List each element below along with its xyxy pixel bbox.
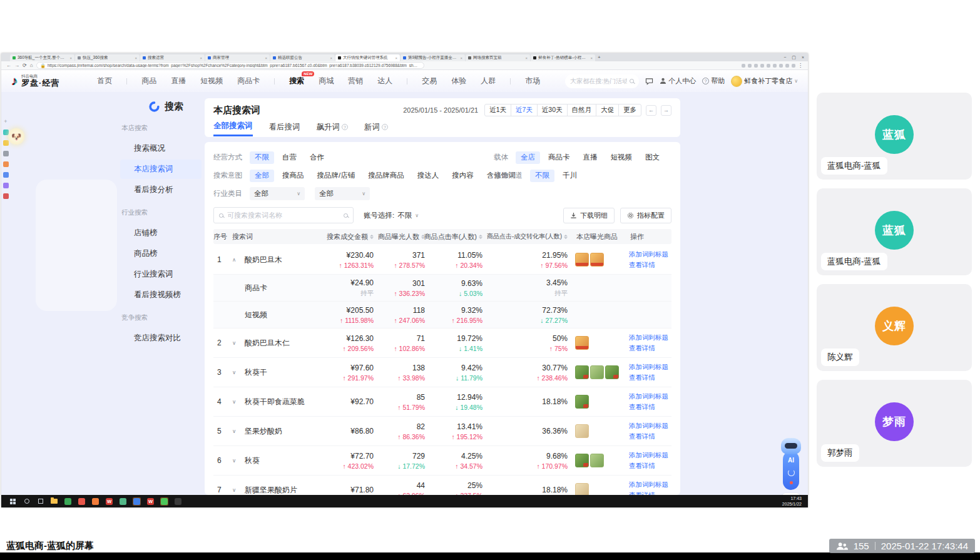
taskbar-icon-wps2[interactable]: W <box>146 497 155 506</box>
sidebar-item-竞店搜索对比[interactable]: 竞店搜索对比 <box>120 328 202 348</box>
extension-icon[interactable] <box>767 64 770 68</box>
tab-飙升词[interactable]: 飙升词 ? <box>317 121 349 136</box>
nav-item-首页[interactable]: 首页 <box>97 76 112 86</box>
browser-tab[interactable]: 鲜食补丁-热销榜单-小程序后台× <box>531 54 595 61</box>
extension-icon[interactable] <box>754 64 758 68</box>
keyword-search-input[interactable] <box>227 211 340 219</box>
participant-tile[interactable]: 梦雨郭梦雨 <box>817 380 972 467</box>
action-link[interactable]: 查看详情 <box>629 490 670 495</box>
app-logo[interactable]: ♪ 抖音电商 罗盘·经营 <box>11 74 59 87</box>
forward-icon[interactable]: → <box>14 63 19 68</box>
filter-chip-搜商品[interactable]: 搜商品 <box>277 170 309 182</box>
date-tab-更多[interactable]: 更多 <box>618 104 641 116</box>
filter-chip-不限[interactable]: 不限 <box>530 170 554 182</box>
new-tab-button[interactable]: + <box>598 54 601 60</box>
product-thumbnail[interactable] <box>590 253 604 267</box>
sidebar-item-本店搜索词[interactable]: 本店搜索词 <box>120 160 202 179</box>
dock-app-icon-5[interactable] <box>3 183 9 188</box>
tab-新词[interactable]: 新词 ? <box>364 121 388 136</box>
tab-close-icon[interactable]: × <box>69 56 72 60</box>
expand-icon[interactable]: ∨ <box>232 428 245 434</box>
action-link[interactable]: 添加词到标题 <box>629 332 670 343</box>
taskbar-icon-wechat[interactable] <box>160 497 168 506</box>
action-link[interactable]: 添加词到标题 <box>629 391 670 402</box>
extension-icon[interactable] <box>773 64 777 68</box>
product-thumbnail[interactable] <box>590 365 604 379</box>
action-link[interactable]: 添加词到标题 <box>629 249 670 260</box>
next-period-button[interactable]: → <box>661 105 671 116</box>
browser-tab[interactable]: 360导航_一个主页,整个世界× <box>10 54 74 61</box>
nav-item-体验[interactable]: 体验 <box>451 76 466 86</box>
action-link[interactable]: 添加词到标题 <box>629 420 670 431</box>
action-link[interactable]: 查看详情 <box>629 431 670 442</box>
taskbar-icon-app-red[interactable] <box>78 497 86 506</box>
maximize-icon[interactable]: ▢ <box>792 55 796 60</box>
participant-tile[interactable]: 蓝狐蓝狐电商-蓝狐 <box>817 188 972 275</box>
dock-app-icon-1[interactable] <box>3 140 9 146</box>
action-link[interactable]: 添加词到标题 <box>629 479 670 490</box>
column-header[interactable]: 商品曝光人数 <box>374 232 425 242</box>
tab-close-icon[interactable]: × <box>200 56 202 60</box>
tab-close-icon[interactable]: × <box>330 56 332 60</box>
filter-chip-搜内容[interactable]: 搜内容 <box>447 170 479 182</box>
nav-item-短视频[interactable]: 短视频 <box>200 76 223 86</box>
date-tab-近7天[interactable]: 近7天 <box>511 104 537 116</box>
nav-item-交易[interactable]: 交易 <box>422 76 437 86</box>
prev-period-button[interactable]: ← <box>646 105 656 116</box>
filter-chip-商品卡[interactable]: 商品卡 <box>543 151 575 164</box>
product-thumbnail[interactable] <box>575 395 589 409</box>
expand-icon[interactable]: ∨ <box>232 369 245 375</box>
back-icon[interactable]: ← <box>6 63 11 68</box>
filter-chip-全店[interactable]: 全店 <box>516 151 540 164</box>
extension-icon[interactable] <box>748 64 752 68</box>
taskbar-icon-edge[interactable] <box>133 497 141 506</box>
keyword-search-box[interactable] <box>213 207 354 223</box>
dock-app-icon-3[interactable] <box>3 161 9 167</box>
category-dropdown[interactable]: 全部∨ <box>315 187 370 200</box>
column-header[interactable]: 商品点击-成交转化率(人数) <box>482 232 568 241</box>
product-thumbnail[interactable] <box>575 454 589 467</box>
nav-item-搜索[interactable]: 搜索NEW <box>289 76 304 86</box>
expand-icon[interactable]: ∨ <box>232 487 245 493</box>
action-link[interactable]: 查看详情 <box>629 402 670 412</box>
filter-chip-不限[interactable]: 不限 <box>250 151 274 164</box>
close-icon[interactable]: × <box>802 55 804 60</box>
browser-tab[interactable]: 大行情报关键词管理系统× <box>335 54 400 61</box>
participant-tile[interactable]: 蓝狐蓝狐电商-蓝狐 <box>817 93 972 180</box>
sidebar-item-行业搜索词[interactable]: 行业搜索词 <box>120 265 202 284</box>
tab-close-icon[interactable]: × <box>395 56 397 60</box>
search-submit-icon[interactable] <box>344 213 348 218</box>
header-search-box[interactable]: 大家都在搜:热门活动 <box>565 74 639 88</box>
dock-app-icon-0[interactable] <box>3 130 9 135</box>
nav-item-商品[interactable]: 商品 <box>141 76 156 86</box>
browser-tab[interactable]: 精选联盟公告× <box>270 54 335 61</box>
nav-item-人群[interactable]: 人群 <box>481 76 496 86</box>
action-link[interactable]: 查看详情 <box>629 260 670 270</box>
download-detail-button[interactable]: 下载明细 <box>563 208 615 223</box>
taskbar-icon-wps[interactable]: W <box>105 497 113 506</box>
filter-chip-搜达人[interactable]: 搜达人 <box>412 170 444 182</box>
product-thumbnail[interactable] <box>575 424 589 438</box>
tab-close-icon[interactable]: × <box>135 56 137 60</box>
dock-app-icon-4[interactable] <box>3 172 9 178</box>
collapse-icon[interactable]: ∧ <box>232 257 245 263</box>
filter-chip-图文[interactable]: 图文 <box>640 151 665 164</box>
taskbar-icon-firefox[interactable] <box>91 497 100 506</box>
browser-tab[interactable]: 商家管理× <box>205 54 270 61</box>
ai-assistant-widget[interactable]: AI ··· ⊙× <box>778 438 804 495</box>
filter-chip-直播[interactable]: 直播 <box>578 151 603 164</box>
browser-menu-icon[interactable]: ⋮ <box>798 63 803 68</box>
browser-tab[interactable]: 快压_360搜索× <box>75 54 140 61</box>
taskbar-icon-app-grid[interactable] <box>119 497 127 506</box>
date-tab-近1天[interactable]: 近1天 <box>485 104 511 116</box>
product-thumbnail[interactable] <box>575 483 589 495</box>
sidebar-item-店铺榜[interactable]: 店铺榜 <box>120 223 202 243</box>
sort-icon[interactable] <box>564 235 568 239</box>
product-thumbnail[interactable] <box>575 336 589 350</box>
action-link[interactable]: 查看详情 <box>629 461 670 471</box>
product-thumbnail[interactable] <box>590 454 604 467</box>
action-link[interactable]: 添加词到标题 <box>629 450 670 461</box>
sidebar-item-商品榜[interactable]: 商品榜 <box>120 244 202 263</box>
address-bar[interactable]: 🔒 https://compass.jinritemai.com/shop/se… <box>36 62 424 69</box>
tab-看后搜词[interactable]: 看后搜词 <box>269 121 300 136</box>
